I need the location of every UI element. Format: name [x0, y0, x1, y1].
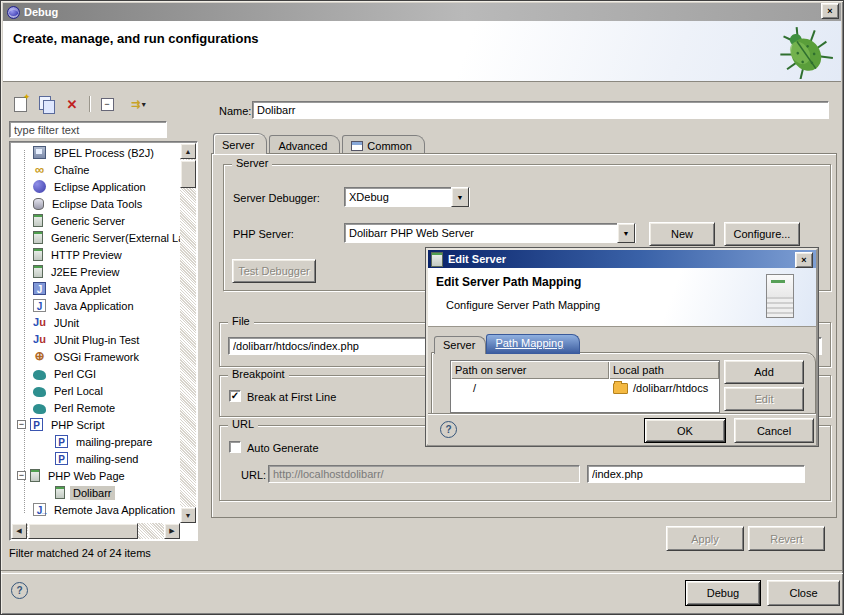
- osgi-icon: [33, 350, 46, 363]
- tree-item-j2ee-preview[interactable]: J2EE Preview: [11, 263, 180, 280]
- delete-config-button[interactable]: [63, 95, 81, 113]
- window-close-button[interactable]: [821, 3, 839, 19]
- dropdown-arrow-icon[interactable]: [451, 187, 469, 207]
- server-icon: [33, 248, 43, 261]
- tree-item-osgi-framework[interactable]: OSGi Framework: [11, 348, 180, 365]
- tree-item-php-script[interactable]: PHP Script: [11, 416, 180, 433]
- server-icon: [33, 214, 43, 227]
- configure-button[interactable]: Configure...: [724, 222, 800, 246]
- vertical-scroll-thumb[interactable]: [180, 160, 196, 188]
- scroll-up-icon[interactable]: ▲: [180, 143, 196, 159]
- name-label: Name:: [219, 105, 251, 117]
- tree-item-php-web-page[interactable]: PHP Web Page: [11, 467, 180, 484]
- add-mapping-button[interactable]: Add: [724, 360, 804, 384]
- local-path-cell: /dolibarr/htdocs: [609, 379, 719, 397]
- tab-common[interactable]: Common: [342, 135, 425, 154]
- dialog-help-icon[interactable]: [440, 421, 457, 438]
- php-server-select[interactable]: Dolibarr PHP Web Server: [344, 223, 636, 243]
- collapse-all-button[interactable]: [98, 95, 116, 113]
- scroll-down-icon[interactable]: ▼: [180, 507, 196, 523]
- column-header-local-path[interactable]: Local path: [609, 361, 719, 379]
- server-debugger-select[interactable]: XDebug: [344, 187, 470, 207]
- edit-mapping-button[interactable]: Edit: [724, 387, 804, 411]
- debug-button[interactable]: Debug: [685, 580, 761, 606]
- php-icon: [55, 452, 68, 465]
- remote-java-icon: [33, 503, 46, 516]
- server-tower-icon: [766, 274, 794, 318]
- name-input[interactable]: [252, 101, 829, 119]
- tree-item-java-application[interactable]: Java Application: [11, 297, 180, 314]
- auto-generate-checkbox[interactable]: [229, 441, 241, 453]
- tree-item-mailing-prepare[interactable]: mailing-prepare: [11, 433, 180, 450]
- revert-button[interactable]: Revert: [748, 526, 825, 551]
- dialog-tab-path-mapping[interactable]: Path Mapping: [486, 334, 580, 354]
- duplicate-icon: [39, 96, 51, 110]
- help-icon[interactable]: [11, 582, 28, 599]
- tab-advanced[interactable]: Advanced: [269, 135, 340, 154]
- collapse-expander-icon[interactable]: [17, 420, 26, 429]
- tree-rows: BPEL Process (B2J) Chaîne Eclipse Applic…: [11, 144, 180, 523]
- folder-icon: [613, 383, 628, 394]
- ok-button[interactable]: OK: [644, 418, 726, 443]
- dialog-tab-server[interactable]: Server: [434, 336, 486, 354]
- bug-icon: [777, 23, 833, 79]
- collapse-all-icon: [101, 98, 114, 111]
- url-path-input[interactable]: [587, 465, 805, 483]
- path-mapping-table: Path on server Local path / /dolibarr/ht…: [450, 360, 720, 413]
- tree-item-bpel[interactable]: BPEL Process (B2J): [11, 144, 180, 161]
- apply-button[interactable]: Apply: [666, 526, 744, 551]
- close-button[interactable]: Close: [767, 580, 840, 606]
- duplicate-config-button[interactable]: [37, 95, 55, 113]
- tree-item-chaine[interactable]: Chaîne: [11, 161, 180, 178]
- new-config-button[interactable]: [11, 95, 29, 113]
- scroll-left-icon[interactable]: ◀: [11, 523, 27, 539]
- collapse-expander-icon[interactable]: [17, 471, 26, 480]
- server-icon: [33, 265, 43, 278]
- tree-item-mailing-send[interactable]: mailing-send: [11, 450, 180, 467]
- horizontal-scroll-thumb[interactable]: [28, 523, 138, 539]
- tree-horizontal-scrollbar[interactable]: ◀ ▶: [11, 523, 180, 539]
- table-row[interactable]: / /dolibarr/htdocs: [451, 379, 719, 397]
- tree-vertical-scrollbar[interactable]: ▲ ▼: [180, 143, 196, 523]
- scroll-right-icon[interactable]: ▶: [164, 523, 180, 539]
- filter-menu-button[interactable]: [124, 95, 154, 113]
- new-server-button[interactable]: New: [649, 222, 715, 246]
- page-title: Create, manage, and run configurations: [3, 21, 841, 46]
- tree-item-http-preview[interactable]: HTTP Preview: [11, 246, 180, 263]
- filter-input[interactable]: [9, 121, 167, 138]
- tree-item-perl-remote[interactable]: Perl Remote: [11, 399, 180, 416]
- tree-item-junit[interactable]: JUnit: [11, 314, 180, 331]
- tree-item-eclipse-data-tools[interactable]: Eclipse Data Tools: [11, 195, 180, 212]
- test-debugger-button[interactable]: Test Debugger: [232, 259, 316, 283]
- dialog-close-button[interactable]: [795, 252, 813, 268]
- tree-item-java-applet[interactable]: Java Applet: [11, 280, 180, 297]
- tree-item-dolibarr[interactable]: Dolibarr: [11, 484, 180, 501]
- url-base-input: [268, 465, 580, 483]
- server-icon: [431, 252, 443, 267]
- tree-item-eclipse-application[interactable]: Eclipse Application: [11, 178, 180, 195]
- tree-item-remote-java-application[interactable]: Remote Java Application: [11, 501, 180, 518]
- dropdown-arrow-icon[interactable]: [617, 223, 635, 243]
- edit-server-titlebar[interactable]: Edit Server: [428, 250, 816, 268]
- dialog-button-bar: OK Cancel: [428, 413, 816, 445]
- edit-server-header: Edit Server Path Mapping Configure Serve…: [428, 268, 816, 327]
- break-first-line-checkbox[interactable]: [229, 390, 241, 402]
- perl-icon: [33, 387, 46, 397]
- window-titlebar[interactable]: Debug: [3, 3, 841, 21]
- toolbar-separator: [89, 96, 90, 112]
- tree-item-perl-cgi[interactable]: Perl CGI: [11, 365, 180, 382]
- chain-icon: [33, 163, 46, 176]
- filter-icon: [131, 98, 138, 111]
- dialog-subheading: Configure Server Path Mapping: [446, 299, 600, 311]
- cancel-button[interactable]: Cancel: [734, 418, 814, 443]
- server-path-cell: /: [451, 379, 609, 397]
- server-icon: [33, 231, 43, 244]
- breakpoint-group-legend: Breakpoint: [228, 368, 289, 380]
- tree-item-junit-plugin-test[interactable]: JUnit Plug-in Test: [11, 331, 180, 348]
- php-icon: [55, 435, 68, 448]
- tree-item-generic-server-external[interactable]: Generic Server(External La: [11, 229, 180, 246]
- tree-item-generic-server[interactable]: Generic Server: [11, 212, 180, 229]
- tree-item-perl-local[interactable]: Perl Local: [11, 382, 180, 399]
- column-header-path-on-server[interactable]: Path on server: [451, 361, 609, 379]
- tab-server[interactable]: Server: [213, 133, 267, 154]
